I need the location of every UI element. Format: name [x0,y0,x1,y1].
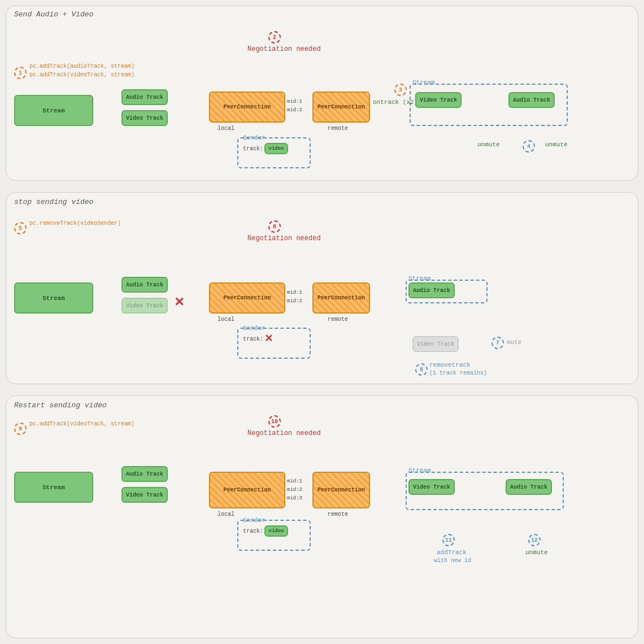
stream-label-right-s2: Stream [408,275,431,282]
local-label-s3: local [217,511,234,517]
mid1-s1: mid:1 [287,99,302,105]
track-label-s1: track: [243,146,263,152]
addtrack-label-s3: addTrack [437,549,467,556]
x-in-sender-s2: ✕ [264,332,273,345]
stream-box-s3: Stream [14,472,93,503]
stream-box-s2: Stream [14,282,93,314]
step5-label: pc.removeTrack(videoSender) [29,220,121,227]
track-label-s2: track: [243,336,263,342]
section2-title: stop sending video [14,198,93,206]
local-label-s1: local [217,125,234,132]
step7-circle: 7 [491,337,504,349]
pc-remote-s3: PeerConnection [312,472,370,508]
sender-label-s1: Sender [243,134,266,141]
step1-circle: 1 [14,67,27,79]
step2-circle: 2 [268,31,281,43]
stream-label-right-s1: Stream [412,79,435,86]
unmute-label-s3: unmute [525,549,548,556]
mid2-s2: mid:2 [287,298,302,304]
step12-circle: 12 [528,534,541,546]
local-label-s2: local [217,316,234,323]
step9-circle: 9 [14,423,27,435]
pc-local-s1: PeerConnection [209,92,285,123]
section3-title: Restart sending video [14,401,107,410]
section1-title: Send Audio + Video [14,10,93,19]
video-track-s3: Video Track [121,487,168,503]
step1-label1: pc.addTrack(audioTrack, stream) [29,63,134,69]
section3-container [6,395,638,638]
stream-label-right-s3: Stream [408,467,431,474]
removetrack-label-s2: removetrack [429,362,471,368]
step6-circle: 6 [268,220,281,233]
step5-circle: 5 [14,222,27,234]
sender-box-s2 [237,328,311,359]
audio-track-right-s1: Audio Track [508,92,555,108]
mid2-s3: mid:2 [287,487,302,493]
negotiation-label-s2: Negotiation needed [247,234,321,242]
video-track-s2: Video Track [121,298,168,314]
sender-label-s2: Sender [243,325,266,332]
step1-label2: pc.addTrack(videoTrack, stream) [29,72,134,78]
pc-remote-s1: PeerConnection [312,92,370,123]
remote-label-s3: remote [328,511,348,517]
remote-label-s1: remote [328,125,348,132]
negotiation-label-s3: Negotiation needed [247,429,321,437]
step11-circle: 11 [442,534,455,546]
mute-label-s2: mute [507,339,521,346]
pc-remote-s2: PeerConnection [312,282,370,314]
track-video-s3: video [264,525,288,537]
stream-box-s1: Stream [14,95,93,126]
remote-label-s2: remote [328,316,348,323]
mid3-s3: mid:3 [287,495,302,501]
step10-circle: 10 [268,415,281,428]
step3-circle: 3 [394,84,407,96]
video-track-gray-s2: Video Track [412,336,459,352]
step4-circle: 4 [523,140,535,153]
track-video-s1: video [264,143,288,154]
audio-track-right-s3: Audio Track [506,479,552,495]
mid2-s1: mid:2 [287,107,302,113]
x-mark-s2: ✕ [174,295,184,310]
audio-track-s2: Audio Track [121,277,168,293]
step8-circle: 8 [415,363,428,376]
audio-track-right-s2: Audio Track [408,282,455,298]
pc-local-s2: PeerConnection [209,282,285,314]
unmute-label1-s1: unmute [477,141,500,148]
track-label-s3: track: [243,528,263,534]
video-track-right-s3: Video Track [408,479,455,495]
sender-label-s3: Sender [243,517,266,524]
video-track-box-s1: Video Track [121,110,168,126]
mid1-s2: mid:1 [287,290,302,295]
video-track-right-s1: Video Track [415,92,462,108]
audio-track-box-s1: Audio Track [121,89,168,105]
pc-local-s3: PeerConnection [209,472,285,508]
step9-label: pc.addTrack(videoTrack, stream) [29,421,134,427]
mid1-s3: mid:1 [287,478,302,484]
addtrack-detail-s3: with new id [434,558,471,564]
removetrack-detail-s2: (1 track remains) [429,370,487,376]
negotiation-label-s1: Negotiation needed [247,45,321,53]
audio-track-s3: Audio Track [121,466,168,482]
unmute-label2-s1: unmute [545,141,568,148]
